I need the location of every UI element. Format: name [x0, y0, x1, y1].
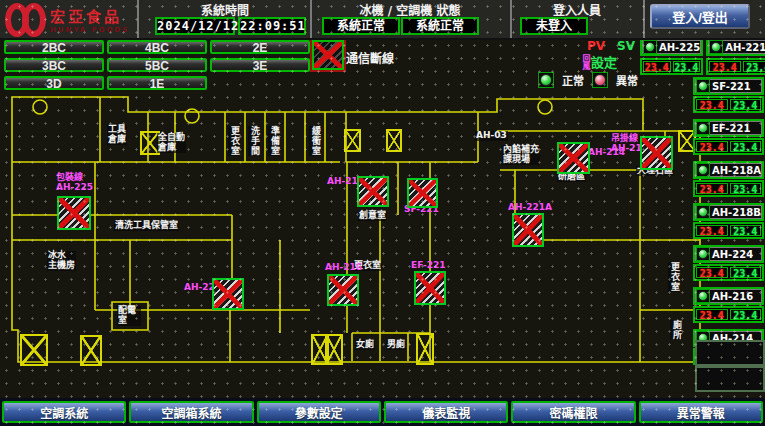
- room-label: 配電室: [117, 306, 141, 326]
- sidebar-empty-slot: [695, 366, 765, 392]
- unit-name-row[interactable]: AH-218A: [693, 161, 764, 179]
- comm-loss-x-icon[interactable]: [407, 178, 438, 208]
- sv-value: 23.4: [730, 183, 762, 194]
- room-label: 廁所: [670, 320, 682, 340]
- room-label: 更衣室: [228, 126, 240, 156]
- normal-led-icon: [538, 72, 554, 88]
- system-date-value: 2024/12/12: [155, 17, 235, 35]
- unit-row: AH-216 23.4 23.4: [693, 287, 764, 323]
- abnormal-led-icon: [592, 72, 608, 88]
- unit-name-row[interactable]: EF-221: [693, 119, 764, 137]
- comm-loss-x-icon[interactable]: [640, 136, 673, 170]
- unit-led-icon: [696, 247, 710, 261]
- room-label: 清洗工具保管室: [114, 221, 179, 231]
- pv-label: PV: [587, 39, 605, 53]
- chiller-status-value: 系統正常: [322, 17, 400, 35]
- zone-button[interactable]: 5BC: [107, 58, 207, 72]
- unit-name-row[interactable]: AH-224: [693, 245, 764, 263]
- room-label: 冰水 主機房: [47, 251, 76, 271]
- sidebar-unit-list: SF-221 23.4 23.4 EF-221 23.4 23.4 AH-218…: [693, 77, 764, 365]
- unit-values: 23.4 23.4: [706, 58, 765, 75]
- nav-button[interactable]: 空調箱系統: [129, 401, 253, 423]
- zone-button[interactable]: 3E: [210, 58, 310, 72]
- zone-button[interactable]: 3BC: [4, 58, 104, 72]
- nav-button[interactable]: 密碼權限: [511, 401, 635, 423]
- pv-value: 23.4: [696, 309, 728, 320]
- unit-column: AH-225 23.4 23.4: [640, 38, 703, 75]
- sv-value: 23.4: [730, 99, 762, 110]
- pv-value: 23.4: [709, 61, 740, 72]
- unit-values: 23.4 23.4: [693, 96, 764, 113]
- login-logout-button[interactable]: 登入/登出: [650, 4, 750, 29]
- comm-loss-legend-icon: [312, 40, 344, 70]
- ahu-unit-label: AH-216: [324, 263, 363, 273]
- stairs-hatch-icon: [344, 129, 361, 152]
- unit-name-label: SF-221: [712, 81, 751, 92]
- comm-loss-x-icon[interactable]: [357, 176, 389, 207]
- unit-led-icon: [696, 289, 710, 303]
- sv-value: 23.4: [730, 309, 762, 320]
- unit-led-icon: [709, 40, 723, 54]
- comm-loss-x-icon[interactable]: [414, 271, 446, 305]
- unit-name-label: AH-218A: [712, 165, 761, 176]
- sv-label: SV: [617, 39, 635, 53]
- unit-values: 23.4 23.4: [693, 138, 764, 155]
- unit-name-row[interactable]: SF-221: [693, 77, 764, 95]
- room-label: 全自動 倉庫: [157, 133, 186, 153]
- room-label: 女廁: [355, 340, 375, 350]
- unit-name-label: EF-221: [712, 123, 750, 134]
- room-label: 男廁: [386, 340, 406, 350]
- pv-value: 23.4: [643, 61, 671, 72]
- zone-button[interactable]: 1E: [107, 76, 207, 90]
- sidebar-top-units: AH-225 23.4 23.4 AH-221A 23.4 23.4: [640, 38, 765, 75]
- zone-button[interactable]: 2E: [210, 40, 310, 54]
- hvac-scada-screen: { "header": { "logo_title": "宏亞食品", "log…: [0, 0, 765, 426]
- stairs-hatch-icon: [386, 129, 402, 152]
- stairs-hatch-icon: [20, 334, 48, 366]
- nav-button[interactable]: 空調系統: [2, 401, 126, 423]
- room-label: 更衣室: [668, 262, 680, 292]
- stairs-hatch-icon: [325, 334, 343, 365]
- divider: [643, 0, 646, 38]
- nav-button[interactable]: 異常警報: [639, 401, 763, 423]
- sv-value: 23.4: [673, 61, 701, 72]
- comm-loss-legend-label: 通信斷線: [346, 49, 394, 66]
- system-time-value: 22:09:51: [238, 17, 306, 35]
- pv-value: 23.4: [696, 99, 728, 110]
- unit-name-label: AH-224: [712, 249, 753, 260]
- comm-loss-x-icon[interactable]: [557, 142, 590, 174]
- comm-loss-x-icon[interactable]: [512, 213, 544, 247]
- unit-column: AH-221A 23.4 23.4: [706, 38, 765, 75]
- unit-name-row[interactable]: AH-225: [640, 38, 703, 56]
- sv-value: 23.4: [730, 225, 762, 236]
- unit-name-row[interactable]: AH-218B: [693, 203, 764, 221]
- unit-values: 23.4 23.4: [693, 222, 764, 239]
- pv-value: 23.4: [696, 225, 728, 236]
- unit-led-icon: [696, 79, 710, 93]
- logo-mark-icon: [5, 3, 46, 41]
- room-label: 創意室: [358, 211, 387, 221]
- comm-loss-x-icon[interactable]: [327, 274, 359, 306]
- ahu-unit-label: EF-221: [410, 261, 447, 271]
- sv-value: 23.4: [743, 61, 765, 72]
- unit-name-label: AH-216: [712, 291, 753, 302]
- sidebar-empty-slot: [695, 340, 765, 366]
- unit-name-row[interactable]: AH-216: [693, 287, 764, 305]
- room-label: 準備室: [268, 126, 280, 156]
- nav-button[interactable]: 儀表監視: [384, 401, 508, 423]
- comm-loss-x-icon[interactable]: [57, 196, 91, 230]
- stairs-hatch-icon: [80, 335, 102, 366]
- unit-name-row[interactable]: AH-221A: [706, 38, 765, 56]
- login-status-value: 未登入: [520, 17, 588, 35]
- comm-loss-x-icon[interactable]: [212, 278, 244, 310]
- unit-values: 23.4 23.4: [693, 180, 764, 197]
- zone-button[interactable]: 3D: [4, 76, 104, 90]
- zone-button[interactable]: 4BC: [107, 40, 207, 54]
- zone-button[interactable]: 2BC: [4, 40, 104, 54]
- sv-value: 23.4: [730, 141, 762, 152]
- nav-button[interactable]: 參數設定: [257, 401, 381, 423]
- unit-led-icon: [696, 121, 710, 135]
- zone-button-grid: 2BC4BC2E3BC5BC3E3D1E: [4, 40, 314, 90]
- unit-led-icon: [643, 40, 657, 54]
- normal-legend-label: 正常: [562, 72, 584, 88]
